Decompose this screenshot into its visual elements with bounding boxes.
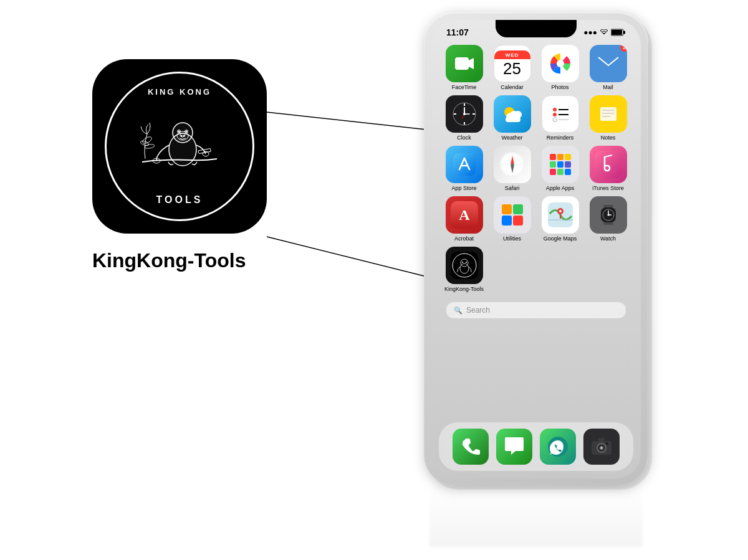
phone-mockup: 11:07 ●●● FaceTi: [424, 12, 648, 486]
utilities-label: Utilities: [503, 235, 521, 242]
status-time: 11:07: [446, 27, 469, 37]
itunes-icon: [590, 146, 627, 183]
dock-phone[interactable]: [453, 429, 489, 465]
appstore-label: App Store: [451, 185, 476, 191]
large-app-icon: KING KONG: [92, 59, 267, 234]
facetime-icon: [446, 45, 483, 82]
svg-point-24: [557, 60, 564, 67]
dock-camera-icon: [583, 429, 620, 465]
appstore-icon: [446, 146, 483, 183]
app-photos[interactable]: Photos: [537, 45, 583, 90]
svg-point-35: [463, 113, 466, 115]
svg-rect-25: [598, 56, 619, 71]
svg-rect-67: [565, 161, 571, 168]
svg-point-84: [559, 210, 562, 212]
calendar-date: 25: [503, 60, 521, 77]
svg-rect-86: [603, 205, 613, 207]
dock-whatsapp[interactable]: [540, 429, 576, 465]
svg-rect-21: [455, 57, 469, 70]
svg-point-6: [186, 131, 187, 132]
app-clock[interactable]: Clock: [441, 95, 487, 141]
app-mail[interactable]: 2 Mail: [585, 45, 631, 90]
svg-point-42: [553, 108, 557, 112]
svg-rect-68: [550, 169, 556, 175]
mail-badge: 2: [620, 45, 627, 52]
svg-rect-87: [603, 222, 613, 225]
facetime-label: FaceTime: [452, 84, 477, 90]
svg-point-105: [601, 447, 603, 449]
calendar-label: Calendar: [501, 84, 524, 90]
app-appleapps[interactable]: Apple Apps: [537, 146, 583, 191]
svg-marker-22: [469, 58, 474, 69]
clock-icon: [446, 95, 483, 133]
app-watch[interactable]: Watch: [585, 196, 631, 242]
app-name-label: KingKong-Tools: [92, 249, 246, 272]
battery-icon: [611, 29, 626, 36]
app-itunes[interactable]: iTunes Store: [585, 146, 631, 191]
maps-icon: [542, 196, 579, 234]
logo-circle: KING KONG: [105, 72, 254, 221]
svg-rect-62: [550, 154, 556, 160]
safari-label: Safari: [505, 185, 520, 191]
svg-point-12: [141, 136, 153, 145]
app-calendar[interactable]: WED 25 Calendar: [489, 45, 535, 90]
svg-point-98: [466, 262, 467, 263]
svg-rect-20: [611, 30, 622, 35]
app-notes[interactable]: Notes: [585, 95, 631, 141]
dock-phone-icon: [453, 429, 489, 465]
svg-rect-78: [513, 204, 523, 214]
svg-rect-70: [565, 169, 571, 175]
svg-point-5: [178, 131, 180, 132]
mail-icon: 2: [590, 45, 627, 82]
weather-icon: [494, 95, 531, 133]
svg-rect-101: [598, 438, 605, 441]
logo-text-bottom: TOOLS: [156, 194, 203, 206]
svg-point-106: [606, 442, 608, 445]
mail-label: Mail: [603, 84, 613, 90]
appleapps-label: Apple Apps: [546, 185, 575, 191]
phone-screen: 11:07 ●●● FaceTi: [431, 20, 641, 478]
svg-point-1: [173, 123, 193, 143]
svg-rect-49: [600, 107, 616, 121]
watch-icon: [590, 196, 627, 234]
reminders-icon: [542, 95, 579, 133]
appleapps-icon: [542, 146, 579, 183]
wifi-icon: [600, 29, 608, 36]
phone-outer-frame: 11:07 ●●● FaceTi: [424, 12, 648, 486]
gorilla-illustration: [136, 109, 223, 184]
weather-label: Weather: [502, 135, 523, 141]
svg-rect-69: [557, 169, 563, 175]
svg-point-60: [511, 163, 514, 166]
svg-rect-77: [502, 204, 512, 214]
svg-rect-65: [550, 161, 556, 168]
app-acrobat[interactable]: A Acrobat: [441, 196, 487, 242]
svg-point-9: [183, 135, 185, 136]
svg-rect-71: [595, 151, 622, 178]
svg-point-92: [607, 214, 609, 216]
svg-rect-63: [557, 154, 563, 160]
dock-camera[interactable]: [583, 429, 620, 465]
app-facetime[interactable]: FaceTime: [441, 45, 487, 90]
svg-rect-93: [451, 252, 478, 279]
search-icon: 🔍: [454, 306, 463, 315]
svg-rect-40: [506, 117, 520, 122]
kingkong-label: KingKong-Tools: [444, 286, 484, 292]
acrobat-label: Acrobat: [454, 235, 474, 242]
app-utilities[interactable]: Utilities: [489, 196, 535, 242]
maps-label: Google Maps: [544, 235, 577, 242]
search-bar[interactable]: 🔍 Search: [446, 302, 626, 318]
app-reminders[interactable]: Reminders: [537, 95, 583, 141]
app-maps[interactable]: Google Maps: [537, 196, 583, 242]
app-kingkong[interactable]: KingKong-Tools: [441, 247, 487, 292]
dock-messages[interactable]: [496, 429, 532, 465]
app-appstore[interactable]: App Store: [441, 146, 487, 191]
svg-point-44: [553, 113, 557, 116]
utilities-icon: [494, 196, 531, 234]
app-safari[interactable]: Safari: [489, 146, 535, 191]
safari-icon: [494, 146, 531, 183]
calendar-icon: WED 25: [494, 45, 531, 82]
dock-whatsapp-icon: [540, 429, 576, 465]
dock-messages-icon: [496, 429, 532, 465]
svg-rect-80: [513, 216, 523, 225]
app-weather[interactable]: Weather: [489, 95, 535, 141]
